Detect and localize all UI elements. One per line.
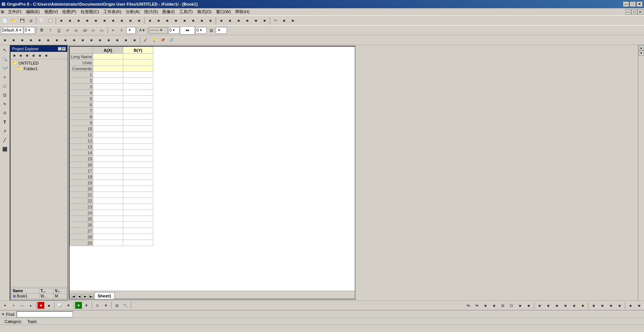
italic-button[interactable]: I [46,26,54,35]
bt-btn-r15[interactable]: ■ [590,301,598,309]
add-tool[interactable]: + [1,73,9,81]
pan-tool[interactable]: ☩ [1,109,9,117]
find-input[interactable] [17,311,73,317]
fill-color-button[interactable]: ■■ [180,26,195,35]
inner-minimize-button[interactable]: — [625,9,631,15]
tb-ex-10[interactable]: ■ [79,36,87,44]
tb-btn-3[interactable]: ■ [74,17,83,25]
bt-btn-r17[interactable]: ■ [607,301,615,309]
cell-9-a[interactable] [93,120,123,126]
tb-ex-11[interactable]: ■ [87,36,95,44]
tb-btn-11[interactable]: ■ [146,17,154,25]
cell-6-a[interactable] [93,102,123,108]
cell-13-a[interactable] [93,144,123,150]
sheet-nav-prev[interactable]: ◀ [77,294,82,299]
tb-btn-7[interactable]: ■ [109,17,117,25]
pattern-dropdown[interactable]: ▼ [216,27,227,34]
bt-btn-r18[interactable]: ■ [615,301,624,309]
cell-5-b[interactable] [123,96,153,102]
pe-close-btn[interactable]: ✕ [62,47,66,51]
cell-23-b[interactable] [123,204,153,210]
cell-1-a[interactable] [93,72,123,78]
cell-14-a[interactable] [93,150,123,156]
cell-6-b[interactable] [123,102,153,108]
topic-tab[interactable]: Topic [26,319,39,324]
cell-17-a[interactable] [93,168,123,174]
bt-btn-3[interactable]: — [18,301,26,309]
bt-btn-6[interactable]: ■ [45,301,53,309]
cell-12-a[interactable] [93,138,123,144]
tb-btn-21[interactable]: ■ [234,17,243,25]
cell-18-a[interactable] [93,174,123,180]
line-style-dropdown[interactable]: ──── ▼ [149,27,168,34]
sheet-nav-last[interactable]: ▶| [89,294,94,299]
pe-tb-btn-4[interactable]: ■ [30,53,36,59]
bt-btn-r12[interactable]: ■ [561,301,570,309]
tb-btn-16[interactable]: ■ [189,17,197,25]
find-close-icon[interactable]: ✕ [2,312,5,316]
tb-fmt-1[interactable]: x² [63,26,72,35]
arrow-tool[interactable]: ↗ [1,127,9,135]
cell-25-a[interactable] [93,216,123,222]
meta-longname-a[interactable] [93,54,123,60]
open-button[interactable]: 📂 [9,17,18,25]
menu-format[interactable]: 格式(O) [195,8,214,15]
tb-btn-4[interactable]: ■ [83,17,91,25]
tb-ex-16[interactable]: ■ [130,36,139,44]
bt-btn-12[interactable]: ▼ [102,301,110,309]
cell-26-b[interactable] [123,222,153,228]
pe-tb-btn-3[interactable]: ■ [24,53,30,59]
tb-ex-19[interactable]: 📌 [159,36,167,44]
sheet-tab-sheet1[interactable]: Sheet1 [94,292,115,299]
font-color-button[interactable]: A▼ [138,26,147,35]
cell-7-b[interactable] [123,108,153,114]
cell-2-a[interactable] [93,78,123,84]
line-size-dropdown[interactable]: 0 ▼ [168,27,180,34]
print-button[interactable]: 🖨 [27,17,35,25]
cell-27-a[interactable] [93,228,123,234]
tb-btn-22[interactable]: ■ [243,17,251,25]
cell-16-b[interactable] [123,162,153,168]
bt-btn-2[interactable]: • [9,301,18,309]
cell-3-b[interactable] [123,84,153,90]
bt-btn-r4[interactable]: ■ [490,301,498,309]
cell-17-b[interactable] [123,168,153,174]
save-button[interactable]: 💾 [18,17,26,25]
copy-button[interactable]: ⬜ [38,17,46,25]
bt-btn-r1[interactable]: ⇆ [464,301,472,309]
cell-22-b[interactable] [123,198,153,204]
meta-units-b[interactable] [123,60,153,66]
tb-btn-23[interactable]: ■ [252,17,260,25]
bt-btn-r3[interactable]: ■ [481,301,490,309]
cell-21-a[interactable] [93,192,123,198]
tb-ex-17[interactable]: 🖊 [141,36,150,44]
pe-minimize-btn[interactable]: _ [58,47,62,51]
tb-btn-8[interactable]: ■ [118,17,126,25]
paste-button[interactable]: 📋 [46,17,54,25]
spacing-dropdown[interactable]: ▼ [126,27,136,34]
cell-5-a[interactable] [93,96,123,102]
cell-22-a[interactable] [93,198,123,204]
cell-27-b[interactable] [123,228,153,234]
tb-btn-15[interactable]: ■ [180,17,189,25]
title-bar-buttons[interactable]: — □ ✕ [623,2,642,7]
bt-btn-r20[interactable]: ■ [635,301,643,309]
bt-btn-r2[interactable]: ⇆ [473,301,481,309]
bt-btn-r13[interactable]: ■ [570,301,578,309]
draw-tool[interactable]: □ [1,82,9,90]
inner-restore-button[interactable]: □ [631,9,637,15]
tb-btn-5[interactable]: ■ [92,17,100,25]
line-width-dropdown[interactable]: 0 ▼ [195,27,207,34]
cell-2-b[interactable] [123,78,153,84]
cell-14-b[interactable] [123,150,153,156]
tb-btn-19[interactable]: ■ [217,17,225,25]
cell-28-b[interactable] [123,234,153,240]
cell-9-b[interactable] [123,120,153,126]
bt-btn-r5[interactable]: ⊞ [499,301,507,309]
tb-ex-15[interactable]: ■ [122,36,130,44]
col-header-a[interactable]: A(X) [93,47,123,54]
bt-btn-r8[interactable]: ■ [525,301,533,309]
menu-view[interactable]: 视图(V) [42,8,60,15]
cut-btn[interactable]: ✂ [271,17,280,25]
col-header-b[interactable]: B(Y) [123,47,153,54]
